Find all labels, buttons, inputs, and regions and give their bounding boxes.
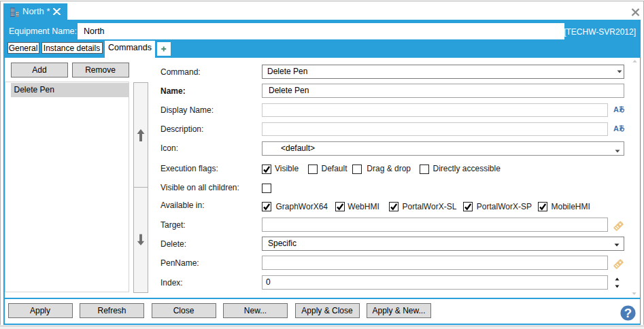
svg-text:?: ? xyxy=(624,306,632,320)
